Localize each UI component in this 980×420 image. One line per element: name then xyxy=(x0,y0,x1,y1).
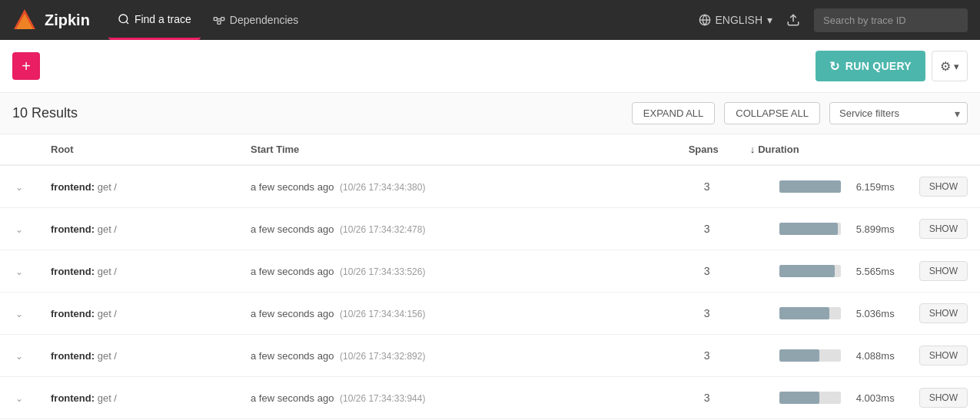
settings-chevron-icon: ▾ xyxy=(954,61,959,72)
row-expand-cell: ⌄ xyxy=(0,293,38,335)
row-duration-value: 5.899ms xyxy=(849,223,895,235)
row-start-time: a few seconds ago (10/26 17:34:32:478) xyxy=(251,223,425,235)
language-chevron-icon: ▾ xyxy=(767,14,772,26)
row-service-name: frontend: xyxy=(51,308,95,319)
row-start-relative: a few seconds ago xyxy=(251,223,334,235)
filter-area xyxy=(46,52,809,80)
run-query-button[interactable]: ↻ RUN QUERY xyxy=(816,51,926,81)
row-action-cell: SHOW xyxy=(907,165,980,208)
row-method: get / xyxy=(98,392,117,404)
row-root-cell: frontend: get / xyxy=(38,165,238,208)
row-start-time: a few seconds ago (10/26 17:34:34:156) xyxy=(251,308,425,319)
row-start-relative: a few seconds ago xyxy=(251,308,334,319)
row-show-button[interactable]: SHOW xyxy=(919,177,968,197)
run-query-label: RUN QUERY xyxy=(845,60,912,72)
svg-line-3 xyxy=(126,21,128,24)
row-root-cell: frontend: get / xyxy=(38,377,238,419)
table-row: ⌄ frontend: get / a few seconds ago (10/… xyxy=(0,250,980,293)
row-start-relative: a few seconds ago xyxy=(251,181,334,193)
row-duration-bar-bg xyxy=(779,349,841,362)
row-spans-cell: 3 xyxy=(676,250,738,293)
language-selector[interactable]: ENGLISH ▾ xyxy=(699,14,772,26)
row-duration-bar-bg xyxy=(779,265,841,277)
table-row: ⌄ frontend: get / a few seconds ago (10/… xyxy=(0,293,980,335)
row-show-button[interactable]: SHOW xyxy=(919,261,968,281)
row-duration-cell: 5.899ms xyxy=(738,208,907,250)
trace-table: Root Start Time Spans ↓Duration ⌄ fronte… xyxy=(0,134,980,419)
row-root-label: frontend: get / xyxy=(51,350,117,362)
expand-chevron-icon[interactable]: ⌄ xyxy=(12,348,26,365)
row-spans-cell: 3 xyxy=(676,165,738,208)
row-duration-cell: 5.036ms xyxy=(738,293,907,335)
navbar: Zipkin Find a trace Dependencies ENGLI xyxy=(0,0,980,40)
row-show-button[interactable]: SHOW xyxy=(919,219,968,239)
row-duration-wrapper: 5.565ms xyxy=(750,265,895,277)
brand-label: Zipkin xyxy=(45,12,90,29)
add-filter-button[interactable]: + xyxy=(12,52,40,80)
row-root-label: frontend: get / xyxy=(51,181,117,193)
row-duration-bar xyxy=(779,392,819,404)
dependencies-icon xyxy=(213,14,225,26)
row-show-button[interactable]: SHOW xyxy=(919,346,968,365)
row-duration-bar xyxy=(779,307,830,319)
nav-dependencies[interactable]: Dependencies xyxy=(204,0,308,40)
row-start-time: a few seconds ago (10/26 17:34:33:944) xyxy=(251,392,425,404)
row-duration-wrapper: 4.088ms xyxy=(750,349,895,362)
upload-icon xyxy=(786,13,800,27)
svg-rect-6 xyxy=(218,21,221,24)
row-show-button[interactable]: SHOW xyxy=(919,303,968,323)
row-spans-cell: 3 xyxy=(676,377,738,419)
content: + ↻ RUN QUERY ⚙ ▾ 10 Results EXPAND ALL … xyxy=(0,40,980,420)
row-duration-value: 6.159ms xyxy=(849,181,895,193)
row-show-button[interactable]: SHOW xyxy=(919,388,968,408)
expand-chevron-icon[interactable]: ⌄ xyxy=(12,179,26,196)
table-header-row: Root Start Time Spans ↓Duration xyxy=(0,134,980,165)
nav-find-trace[interactable]: Find a trace xyxy=(108,0,201,40)
row-start-absolute: (10/26 17:34:32:892) xyxy=(340,351,425,362)
trace-id-search-input[interactable] xyxy=(814,8,968,32)
expand-chevron-icon[interactable]: ⌄ xyxy=(12,221,26,238)
svg-point-2 xyxy=(119,15,128,23)
collapse-all-button[interactable]: COLLAPSE ALL xyxy=(724,102,820,124)
col-header-start-time: Start Time xyxy=(238,134,676,165)
expand-chevron-icon[interactable]: ⌄ xyxy=(12,306,26,322)
search-icon xyxy=(118,13,130,25)
row-duration-bar xyxy=(779,223,839,235)
service-filter-select[interactable]: Service filters xyxy=(829,102,968,124)
row-duration-bar-bg xyxy=(779,307,841,319)
language-label: ENGLISH xyxy=(716,14,762,26)
row-start-time: a few seconds ago (10/26 17:34:32:892) xyxy=(251,350,425,362)
row-duration-bar-bg xyxy=(779,223,841,235)
row-duration-bar-bg xyxy=(779,180,841,193)
row-start-relative: a few seconds ago xyxy=(251,392,334,404)
row-start-relative: a few seconds ago xyxy=(251,350,334,362)
expand-chevron-icon[interactable]: ⌄ xyxy=(12,263,26,280)
row-duration-wrapper: 4.003ms xyxy=(750,392,895,404)
trace-table-body: ⌄ frontend: get / a few seconds ago (10/… xyxy=(0,165,980,419)
row-duration-wrapper: 5.036ms xyxy=(750,307,895,319)
expand-all-button[interactable]: EXPAND ALL xyxy=(632,102,716,124)
row-service-name: frontend: xyxy=(51,266,95,277)
row-start-absolute: (10/26 17:34:33:944) xyxy=(340,393,425,404)
brand: Zipkin xyxy=(12,8,90,32)
upload-button[interactable] xyxy=(782,8,805,31)
col-header-spans: Spans xyxy=(676,134,738,165)
row-start-time-cell: a few seconds ago (10/26 17:34:33:944) xyxy=(238,377,676,419)
row-root-cell: frontend: get / xyxy=(38,293,238,335)
nav-items: Find a trace Dependencies xyxy=(108,0,680,40)
row-root-label: frontend: get / xyxy=(51,266,117,277)
settings-button[interactable]: ⚙ ▾ xyxy=(932,51,968,81)
row-action-cell: SHOW xyxy=(907,250,980,293)
col-header-action xyxy=(907,134,980,165)
row-method: get / xyxy=(98,223,117,235)
col-header-duration[interactable]: ↓Duration xyxy=(738,134,907,165)
row-start-absolute: (10/26 17:34:34:380) xyxy=(340,182,425,193)
col-header-root: Root xyxy=(38,134,238,165)
row-spans-count: 3 xyxy=(704,349,710,362)
expand-chevron-icon[interactable]: ⌄ xyxy=(12,390,26,407)
table-row: ⌄ frontend: get / a few seconds ago (10/… xyxy=(0,335,980,377)
row-action-cell: SHOW xyxy=(907,293,980,335)
row-duration-wrapper: 5.899ms xyxy=(750,223,895,235)
row-duration-bar xyxy=(779,349,820,362)
col-header-expand xyxy=(0,134,38,165)
